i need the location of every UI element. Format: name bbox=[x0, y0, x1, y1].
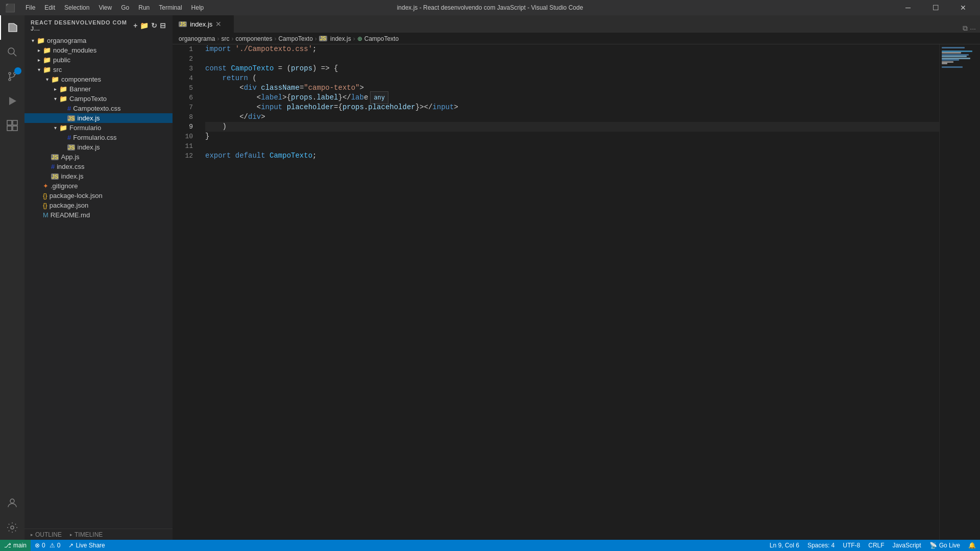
title-bar-right: ─ ☐ ✕ bbox=[896, 0, 975, 15]
spaces-text: Spaces: 4 bbox=[807, 542, 835, 549]
breadcrumb-src[interactable]: src bbox=[221, 35, 229, 42]
status-branch[interactable]: ⎇ main bbox=[0, 540, 31, 551]
breadcrumb-organograma[interactable]: organograma bbox=[179, 35, 215, 42]
activity-source-control[interactable] bbox=[0, 64, 24, 89]
close-button[interactable]: ✕ bbox=[951, 0, 975, 15]
menu-terminal[interactable]: Terminal bbox=[155, 3, 186, 12]
svg-point-0 bbox=[8, 48, 14, 54]
collapse-icon[interactable]: ⊟ bbox=[160, 21, 166, 30]
code-line-8: </div> bbox=[205, 112, 939, 122]
tree-item-gitignore[interactable]: ▸ ✦ .gitignore bbox=[24, 181, 173, 191]
status-left: ⎇ main ⊗ 0 ⚠ 0 ↗ Live Share bbox=[0, 540, 109, 551]
activity-run[interactable] bbox=[0, 89, 24, 113]
status-notifications[interactable]: 🔔 bbox=[964, 540, 980, 551]
activity-extensions[interactable] bbox=[0, 113, 24, 138]
breadcrumb-sep4: › bbox=[315, 35, 317, 42]
tab-bar: JS index.js ✕ ⧉ ··· bbox=[173, 15, 980, 33]
svg-rect-9 bbox=[13, 126, 17, 131]
menu-go[interactable]: Go bbox=[117, 3, 133, 12]
activity-explorer[interactable] bbox=[0, 15, 24, 40]
status-line-ending[interactable]: CRLF bbox=[864, 540, 888, 551]
new-folder-icon[interactable]: 📁 bbox=[140, 21, 149, 30]
tree-item-src-index[interactable]: ▸ JS index.js bbox=[24, 171, 173, 181]
line-num-6: 6 bbox=[173, 93, 193, 103]
timeline-panel[interactable]: ▸ TIMELINE bbox=[70, 531, 103, 538]
breadcrumb-icon-fn: ⊕ bbox=[357, 35, 362, 42]
breadcrumb-campotexto[interactable]: CampoTexto bbox=[278, 35, 312, 42]
go-live-icon: 📡 bbox=[929, 542, 937, 549]
line-num-10: 10 bbox=[173, 132, 193, 141]
status-errors[interactable]: ⊗ 0 ⚠ 0 bbox=[31, 540, 64, 551]
tree-item-campotexto[interactable]: ▾ 📁 CampoTexto bbox=[24, 94, 173, 104]
window-title: index.js - React desenvolvendo com JavaS… bbox=[397, 4, 583, 11]
tree-item-node_modules[interactable]: ▸ 📁 node_modules bbox=[24, 45, 173, 55]
breadcrumb-sep5: › bbox=[353, 35, 355, 42]
menu-view[interactable]: View bbox=[94, 3, 116, 12]
status-position[interactable]: Ln 9, Col 6 bbox=[766, 540, 803, 551]
outline-label: OUTLINE bbox=[35, 531, 62, 538]
timeline-label: TIMELINE bbox=[75, 531, 103, 538]
tree-item-appjs[interactable]: ▸ JS App.js bbox=[24, 152, 173, 162]
svg-point-2 bbox=[9, 72, 11, 74]
status-language[interactable]: JavaScript bbox=[889, 540, 925, 551]
bottom-panels: ▸ OUTLINE ▸ TIMELINE bbox=[24, 529, 173, 540]
line-num-1: 1 bbox=[173, 44, 193, 54]
activity-accounts[interactable] bbox=[0, 491, 24, 515]
menu-help[interactable]: Help bbox=[187, 3, 208, 12]
tree-item-index-js[interactable]: ▸ JS index.js bbox=[24, 113, 173, 123]
tree-item-package-lock[interactable]: ▸ {} package-lock.json bbox=[24, 191, 173, 201]
breadcrumb-sep1: › bbox=[217, 35, 219, 42]
svg-line-1 bbox=[14, 54, 17, 57]
status-encoding[interactable]: UTF-8 bbox=[839, 540, 864, 551]
tab-index-js[interactable]: JS index.js ✕ bbox=[173, 15, 234, 33]
tab-label: index.js bbox=[190, 20, 212, 28]
tree-item-campotexto-css[interactable]: ▸ # Campotexto.css bbox=[24, 104, 173, 113]
tab-close-button[interactable]: ✕ bbox=[215, 20, 222, 28]
tree-item-indexcss[interactable]: ▸ # index.css bbox=[24, 162, 173, 171]
code-line-7: <input placeholder={props.placeholder}><… bbox=[205, 103, 939, 112]
activity-bar-bottom bbox=[0, 491, 24, 540]
menu-file[interactable]: File bbox=[21, 3, 39, 12]
activity-settings[interactable] bbox=[0, 515, 24, 540]
tree-item-src[interactable]: ▾ 📁 src bbox=[24, 65, 173, 74]
tree-item-componentes[interactable]: ▾ 📁 componentes bbox=[24, 74, 173, 84]
breadcrumb-indexjs[interactable]: index.js bbox=[330, 35, 351, 42]
minimize-button[interactable]: ─ bbox=[896, 0, 920, 15]
tree-item-formulario-index[interactable]: ▸ JS index.js bbox=[24, 142, 173, 152]
activity-search[interactable] bbox=[0, 40, 24, 64]
tree-item-formulario-css[interactable]: ▸ # Formulario.css bbox=[24, 133, 173, 142]
new-file-icon[interactable]: + bbox=[133, 21, 138, 30]
split-editor-icon[interactable]: ⧉ bbox=[963, 24, 968, 33]
warning-icon: ⚠ bbox=[50, 542, 55, 549]
menu-run[interactable]: Run bbox=[134, 3, 154, 12]
line-num-5: 5 bbox=[173, 83, 193, 93]
sidebar-title: REACT DESENVOLVENDO COM J... bbox=[31, 19, 133, 32]
title-bar: ⬛ File Edit Selection View Go Run Termin… bbox=[0, 0, 980, 15]
breadcrumb-js-icon: JS bbox=[319, 36, 327, 41]
breadcrumb-componentes[interactable]: componentes bbox=[235, 35, 272, 42]
language-text: JavaScript bbox=[893, 542, 921, 549]
menu-edit[interactable]: Edit bbox=[40, 3, 59, 12]
tree-item-banner[interactable]: ▸ 📁 Banner bbox=[24, 84, 173, 94]
title-bar-left: ⬛ File Edit Selection View Go Run Termin… bbox=[5, 3, 208, 13]
encoding-text: UTF-8 bbox=[843, 542, 860, 549]
menu-selection[interactable]: Selection bbox=[60, 3, 93, 12]
tree-item-formulario[interactable]: ▾ 📁 Formulario bbox=[24, 123, 173, 133]
tree-item-package[interactable]: ▸ {} package.json bbox=[24, 201, 173, 210]
breadcrumb-fn-campotexto[interactable]: CampoTexto bbox=[364, 35, 399, 42]
tree-item-readme[interactable]: ▸ M README.md bbox=[24, 210, 173, 220]
code-line-6: <label>{props.label}</labe any bbox=[205, 93, 939, 103]
code-content[interactable]: import './Campotexto.css'; const CampoTe… bbox=[197, 44, 939, 540]
code-line-2 bbox=[205, 54, 939, 64]
more-actions-icon[interactable]: ··· bbox=[970, 24, 976, 33]
refresh-icon[interactable]: ↻ bbox=[151, 21, 158, 30]
app: REACT DESENVOLVENDO COM J... + 📁 ↻ ⊟ ▾ 📁… bbox=[0, 15, 980, 551]
status-live-share[interactable]: ↗ Live Share bbox=[64, 540, 109, 551]
tree-item-organograma[interactable]: ▾ 📁 organograma bbox=[24, 36, 173, 45]
svg-point-4 bbox=[9, 79, 11, 81]
status-spaces[interactable]: Spaces: 4 bbox=[803, 540, 839, 551]
outline-panel[interactable]: ▸ OUTLINE bbox=[31, 531, 62, 538]
tree-item-public[interactable]: ▸ 📁 public bbox=[24, 55, 173, 65]
status-go-live[interactable]: 📡 Go Live bbox=[925, 540, 964, 551]
maximize-button[interactable]: ☐ bbox=[924, 0, 947, 15]
